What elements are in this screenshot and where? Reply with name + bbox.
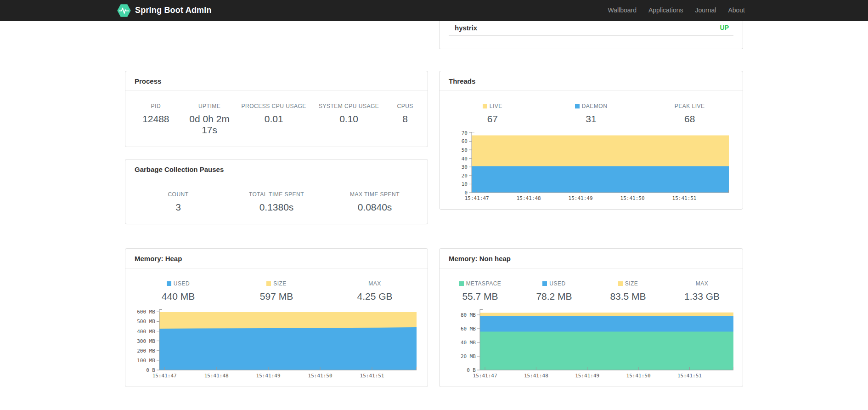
- nav-link-applications[interactable]: Applications: [643, 0, 689, 21]
- pulse-hexagon-icon: [117, 4, 131, 17]
- process-card: Process PID 12488 UPTIME 0d 0h 2m 17s PR…: [125, 71, 428, 147]
- memory-heap-card: Memory: Heap USED 440 MB SIZE: [125, 248, 428, 387]
- svg-text:15:41:51: 15:41:51: [677, 373, 702, 379]
- svg-text:15:41:51: 15:41:51: [672, 195, 697, 201]
- main-nav: Wallboard Applications Journal About: [602, 0, 751, 21]
- svg-text:40 MB: 40 MB: [461, 340, 476, 346]
- metric-cpus: CPUS 8: [386, 103, 424, 136]
- svg-text:20 MB: 20 MB: [461, 353, 476, 359]
- metric-metaspace: METASPACE 55.7 MB: [443, 280, 517, 302]
- svg-text:15:41:49: 15:41:49: [256, 373, 281, 379]
- metaspace-swatch-icon: [459, 281, 464, 286]
- metric-process-cpu: PROCESS CPU USAGE 0.01: [236, 103, 311, 136]
- svg-text:70: 70: [462, 130, 468, 136]
- top-navbar: Spring Boot Admin Wallboard Applications…: [0, 0, 868, 21]
- svg-text:15:41:51: 15:41:51: [360, 373, 384, 379]
- metric-heap-used: USED 440 MB: [129, 280, 227, 302]
- daemon-swatch-icon: [575, 104, 580, 108]
- memory-nonheap-chart: 0 B20 MB40 MB60 MB80 MB15:41:4715:41:481…: [440, 305, 743, 387]
- svg-text:300 MB: 300 MB: [137, 338, 155, 344]
- app-title: Spring Boot Admin: [135, 6, 212, 15]
- service-name-link[interactable]: hystrix: [455, 24, 477, 32]
- svg-text:60: 60: [462, 138, 468, 144]
- process-card-title: Process: [125, 71, 428, 91]
- svg-text:30: 30: [462, 164, 468, 170]
- size-swatch-icon: [618, 281, 623, 286]
- svg-text:15:41:48: 15:41:48: [204, 373, 229, 379]
- memory-heap-chart: 0 B100 MB200 MB300 MB400 MB500 MB600 MB1…: [125, 305, 428, 387]
- nav-link-about[interactable]: About: [722, 0, 751, 21]
- metric-nonheap-used: USED 78.2 MB: [517, 280, 591, 302]
- live-swatch-icon: [483, 104, 487, 108]
- metric-uptime: UPTIME 0d 0h 2m 17s: [183, 103, 237, 136]
- memory-heap-title: Memory: Heap: [125, 249, 428, 268]
- metric-nonheap-size: SIZE 83.5 MB: [591, 280, 665, 302]
- heap-metrics: USED 440 MB SIZE 597 MB MAX 4.25 GB: [125, 268, 428, 305]
- svg-text:15:41:48: 15:41:48: [524, 373, 548, 379]
- health-status-card: hystrix UP: [439, 21, 743, 49]
- svg-text:80 MB: 80 MB: [461, 312, 476, 318]
- svg-text:60 MB: 60 MB: [461, 326, 476, 332]
- svg-text:10: 10: [462, 181, 468, 187]
- memory-nonheap-title: Memory: Non heap: [440, 249, 743, 268]
- svg-text:50: 50: [462, 147, 468, 153]
- svg-text:15:41:49: 15:41:49: [575, 373, 599, 379]
- metric-gc-count: COUNT 3: [129, 191, 227, 213]
- gc-card: Garbage Collection Pauses COUNT 3 TOTAL …: [125, 159, 428, 224]
- divider: [449, 35, 733, 36]
- svg-text:15:41:47: 15:41:47: [465, 195, 489, 201]
- svg-text:40: 40: [462, 156, 468, 162]
- health-row-hystrix: hystrix UP: [440, 21, 743, 33]
- threads-card: Threads LIVE 67 DAEMON 3: [439, 71, 743, 210]
- memory-nonheap-card: Memory: Non heap METASPACE 55.7 MB USED: [439, 248, 743, 387]
- gc-card-title: Garbage Collection Pauses: [125, 159, 428, 179]
- nav-link-journal[interactable]: Journal: [689, 0, 722, 21]
- process-metrics: PID 12488 UPTIME 0d 0h 2m 17s PROCESS CP…: [125, 91, 428, 147]
- svg-text:500 MB: 500 MB: [137, 319, 155, 325]
- svg-text:15:41:50: 15:41:50: [626, 373, 651, 379]
- used-swatch-icon: [542, 281, 547, 286]
- metric-threads-live: LIVE 67: [443, 103, 542, 125]
- threads-chart: 01020304050607015:41:4715:41:4815:41:491…: [440, 127, 743, 209]
- svg-text:15:41:47: 15:41:47: [152, 373, 177, 379]
- metric-gc-total: TOTAL TIME SPENT 0.1380s: [227, 191, 326, 213]
- metric-threads-peak: PEAK LIVE 68: [640, 103, 739, 125]
- svg-text:15:41:49: 15:41:49: [569, 195, 593, 201]
- metric-heap-size: SIZE 597 MB: [227, 280, 326, 302]
- size-swatch-icon: [266, 281, 271, 286]
- svg-text:100 MB: 100 MB: [137, 358, 155, 364]
- svg-text:15:41:50: 15:41:50: [308, 373, 333, 379]
- status-badge: UP: [720, 24, 729, 31]
- metric-heap-max: MAX 4.25 GB: [326, 280, 424, 302]
- metric-threads-daemon: DAEMON 31: [542, 103, 641, 125]
- svg-text:20: 20: [462, 173, 468, 179]
- svg-text:15:41:48: 15:41:48: [517, 195, 541, 201]
- metric-pid: PID 12488: [129, 103, 183, 136]
- gc-metrics: COUNT 3 TOTAL TIME SPENT 0.1380s MAX TIM…: [125, 179, 428, 224]
- threads-metrics: LIVE 67 DAEMON 31 PEAK LIVE 68: [440, 91, 743, 127]
- brand-link[interactable]: Spring Boot Admin: [117, 4, 212, 17]
- threads-card-title: Threads: [440, 71, 743, 91]
- metric-nonheap-max: MAX 1.33 GB: [665, 280, 739, 302]
- metric-system-cpu: SYSTEM CPU USAGE 0.10: [311, 103, 386, 136]
- svg-text:600 MB: 600 MB: [137, 309, 155, 315]
- svg-text:15:41:47: 15:41:47: [473, 373, 497, 379]
- nav-link-wallboard[interactable]: Wallboard: [602, 0, 643, 21]
- svg-text:400 MB: 400 MB: [137, 329, 155, 335]
- used-swatch-icon: [167, 281, 171, 286]
- nonheap-metrics: METASPACE 55.7 MB USED 78.2 MB: [440, 268, 743, 305]
- svg-text:15:41:50: 15:41:50: [620, 195, 645, 201]
- svg-text:200 MB: 200 MB: [137, 348, 155, 354]
- metric-gc-max: MAX TIME SPENT 0.0840s: [326, 191, 424, 213]
